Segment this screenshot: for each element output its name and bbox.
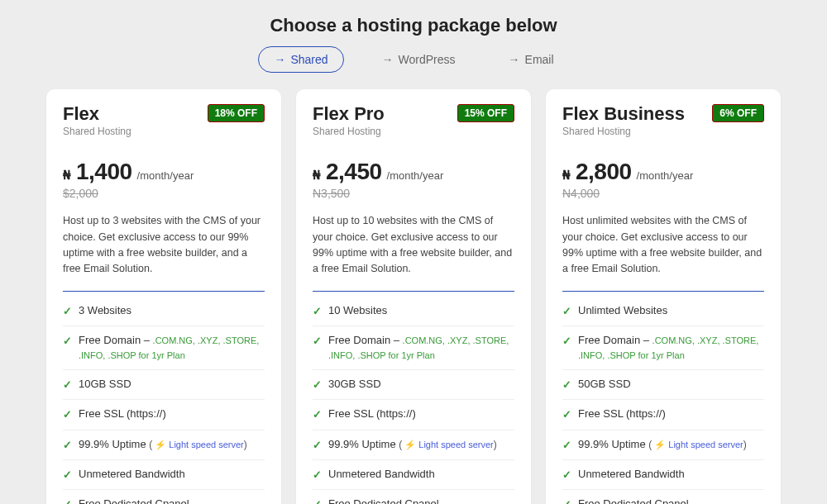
currency-symbol: ₦: [562, 168, 571, 183]
check-icon: ✓: [313, 304, 322, 319]
domain-extensions: .COM.NG, .XYZ, .STORE, .INFO, .SHOP for …: [328, 335, 509, 360]
feature-domain: ✓Free Domain – .COM.NG, .XYZ, .STORE, .I…: [562, 326, 764, 370]
price-value: 2,450: [326, 159, 382, 185]
lightning-icon: ⚡: [155, 440, 166, 449]
plan-description: Host unlimited websites with the CMS of …: [562, 213, 764, 278]
tab-label: Email: [525, 53, 554, 66]
check-icon: ✓: [562, 334, 571, 349]
check-icon: ✓: [63, 304, 72, 319]
check-icon: ✓: [562, 304, 571, 319]
tab-shared[interactable]: → Shared: [258, 46, 343, 73]
feature-bandwidth: ✓Unmetered Bandwidth: [313, 460, 514, 490]
check-icon: ✓: [313, 468, 322, 483]
divider: [562, 291, 764, 292]
price-period: /month/year: [387, 169, 444, 182]
check-icon: ✓: [63, 334, 72, 349]
feature-domain: ✓Free Domain – .COM.NG, .XYZ, .STORE, .I…: [63, 326, 265, 370]
check-icon: ✓: [562, 407, 571, 422]
check-icon: ✓: [63, 378, 72, 392]
check-icon: ✓: [313, 497, 322, 504]
feature-ssl: ✓Free SSL (https://): [313, 400, 514, 430]
price-row: ₦2,450 /month/year: [313, 159, 514, 185]
check-icon: ✓: [313, 334, 322, 349]
old-price: N4,000: [562, 187, 764, 200]
domain-extensions: .COM.NG, .XYZ, .STORE, .INFO, .SHOP for …: [79, 335, 259, 360]
check-icon: ✓: [63, 438, 72, 453]
price-row: ₦1,400 /month/year: [63, 159, 265, 185]
plan-subtitle: Shared Hosting: [63, 126, 131, 137]
feature-websites: ✓10 Websites: [313, 297, 514, 326]
arrow-right-icon: →: [382, 53, 394, 66]
plan-subtitle: Shared Hosting: [562, 126, 685, 137]
plan-description: Host up to 3 websites with the CMS of yo…: [63, 213, 265, 278]
check-icon: ✓: [313, 438, 322, 453]
price-period: /month/year: [137, 169, 194, 182]
tab-wordpress[interactable]: → WordPress: [367, 46, 471, 73]
discount-badge: 6% OFF: [712, 104, 764, 122]
feature-bandwidth: ✓Unmetered Bandwidth: [562, 460, 764, 490]
feature-websites: ✓3 Websites: [63, 297, 265, 326]
lightning-icon: ⚡: [404, 440, 416, 449]
check-icon: ✓: [63, 497, 72, 504]
plan-name: Flex: [63, 104, 131, 124]
pricing-card: Flex Business Shared Hosting 6% OFF ₦2,8…: [546, 89, 781, 504]
discount-badge: 15% OFF: [457, 104, 514, 122]
page-title: Choose a hosting package below: [0, 0, 827, 46]
old-price: $2,000: [63, 187, 265, 200]
divider: [63, 291, 265, 292]
tab-label: Shared: [290, 53, 327, 66]
pricing-cards: Flex Shared Hosting 18% OFF ₦1,400 /mont…: [0, 89, 827, 504]
check-icon: ✓: [313, 407, 322, 422]
plan-name: Flex Business: [562, 104, 685, 124]
currency-symbol: ₦: [63, 168, 71, 183]
check-icon: ✓: [562, 497, 571, 504]
check-icon: ✓: [313, 378, 322, 392]
price-period: /month/year: [637, 169, 694, 182]
old-price: N3,500: [313, 187, 514, 200]
discount-badge: 18% OFF: [208, 104, 265, 122]
check-icon: ✓: [562, 438, 571, 453]
feature-uptime: ✓99.9% Uptime (⚡Light speed server): [313, 430, 514, 460]
domain-extensions: .COM.NG, .XYZ, .STORE, .INFO, .SHOP for …: [578, 335, 758, 360]
divider: [313, 291, 514, 292]
feature-uptime: ✓99.9% Uptime (⚡Light speed server): [562, 430, 764, 460]
feature-ssl: ✓Free SSL (https://): [562, 400, 764, 430]
check-icon: ✓: [562, 378, 571, 392]
plan-subtitle: Shared Hosting: [313, 126, 385, 137]
arrow-right-icon: →: [509, 53, 520, 66]
tab-label: WordPress: [399, 53, 456, 66]
feature-cpanel: ✓Free Dedicated Cpanel: [313, 490, 514, 504]
lightning-icon: ⚡: [654, 440, 666, 449]
plan-description: Host up to 10 websites with the CMS of y…: [313, 213, 514, 278]
pricing-card: Flex Pro Shared Hosting 15% OFF ₦2,450 /…: [296, 89, 531, 504]
feature-ssd: ✓30GB SSD: [313, 370, 514, 400]
price-value: 2,800: [576, 159, 632, 185]
feature-cpanel: ✓Free Dedicated Cpanel: [562, 490, 764, 504]
feature-bandwidth: ✓Unmetered Bandwidth: [63, 460, 265, 490]
check-icon: ✓: [562, 468, 571, 483]
arrow-right-icon: →: [274, 53, 285, 66]
feature-ssd: ✓50GB SSD: [562, 370, 764, 400]
feature-ssl: ✓Free SSL (https://): [63, 400, 265, 430]
feature-uptime: ✓99.9% Uptime (⚡Light speed server): [63, 430, 265, 460]
price-row: ₦2,800 /month/year: [562, 159, 764, 185]
check-icon: ✓: [63, 468, 72, 483]
feature-websites: ✓Unlimted Websites: [562, 297, 764, 326]
tabs: → Shared → WordPress → Email: [0, 46, 827, 73]
feature-domain: ✓Free Domain – .COM.NG, .XYZ, .STORE, .I…: [313, 326, 514, 370]
currency-symbol: ₦: [313, 168, 321, 183]
price-value: 1,400: [76, 159, 132, 185]
feature-ssd: ✓10GB SSD: [63, 370, 265, 400]
tab-email[interactable]: → Email: [494, 46, 569, 73]
plan-name: Flex Pro: [313, 104, 385, 124]
feature-cpanel: ✓Free Dedicated Cpanel: [63, 490, 265, 504]
pricing-card: Flex Shared Hosting 18% OFF ₦1,400 /mont…: [46, 89, 281, 504]
check-icon: ✓: [63, 407, 72, 422]
